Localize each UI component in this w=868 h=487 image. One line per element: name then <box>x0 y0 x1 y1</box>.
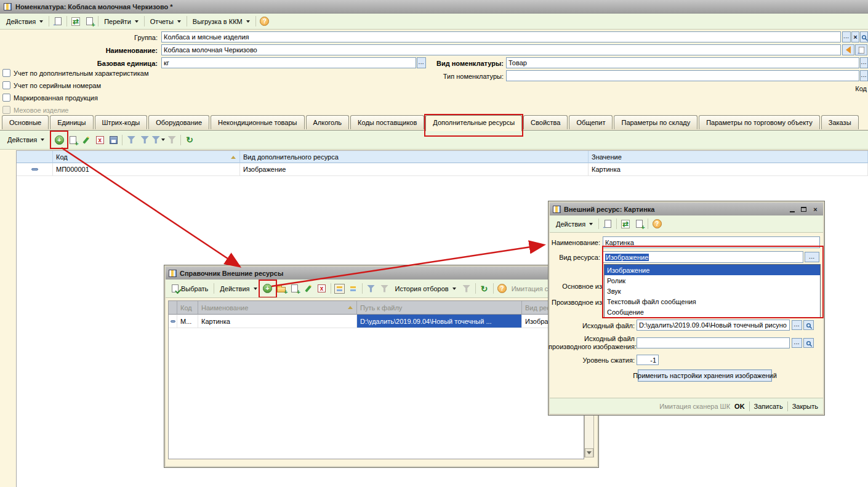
group-input[interactable]: Колбаса и мясные изделия <box>161 31 841 42</box>
table-row[interactable]: М... Картинка D:\удалить\2019.09.04\Новы… <box>169 315 584 328</box>
resource-reread-button[interactable]: ⇄ <box>619 217 632 231</box>
resource-title-bar[interactable]: Внешний ресурс: Картинка × <box>550 203 823 215</box>
write-button[interactable]: Записать <box>754 403 783 410</box>
catalog-select-button[interactable]: Выбрать <box>168 283 212 294</box>
group-select-button[interactable]: ... <box>842 31 851 42</box>
cell-resource-kind[interactable]: Изображение <box>240 163 589 176</box>
header-gutter[interactable] <box>17 151 53 163</box>
resource-actions-menu-button[interactable]: Действия <box>552 219 597 230</box>
tab-dopolnitelnye-resursy[interactable]: Дополнительные ресурсы <box>425 115 522 131</box>
resources-edit-button[interactable] <box>79 133 93 147</box>
close-button[interactable]: × <box>811 205 820 214</box>
resource-copy-button[interactable] <box>632 217 646 231</box>
resources-save-list-button[interactable] <box>106 133 120 147</box>
catalog-filter-button[interactable] <box>364 282 378 296</box>
catalog-delete-button[interactable]: x <box>315 282 329 296</box>
catalog-copy-button[interactable] <box>288 282 302 296</box>
catalog-filter-history-menu-button[interactable]: История отборов <box>392 283 460 294</box>
help-button[interactable]: ? <box>258 15 271 28</box>
nomenclature-type-select-button[interactable]: ... <box>860 70 868 81</box>
tab-nekondicionnye-tovary[interactable]: Некондиционные товары <box>211 115 304 129</box>
catalog-actions-menu-button[interactable]: Действия <box>216 283 260 294</box>
cell-code[interactable]: МП000001 <box>53 163 240 176</box>
table-row[interactable]: МП000001 Изображение Картинка <box>17 163 868 176</box>
tab-osnovnye[interactable]: Основные <box>2 115 49 129</box>
checkbox-serial-numbers[interactable]: Учет по серийным номерам <box>2 81 101 89</box>
name-input[interactable]: Кобласа молочная Черкизово <box>161 44 841 55</box>
dropdown-option-soobshchenie[interactable]: Сообщение <box>605 307 820 317</box>
dropdown-option-izobrazhenie[interactable]: Изображение <box>605 265 820 275</box>
kkm-export-menu-button[interactable]: Выгрузка в ККМ <box>189 16 254 27</box>
filter-set-button[interactable] <box>124 133 138 147</box>
nomenclature-kind-select-button[interactable]: ... <box>860 57 868 68</box>
tab-parametry-po-skladu[interactable]: Параметры по складу <box>614 115 697 129</box>
header-value[interactable]: Значение <box>589 151 868 163</box>
filter-clear-button[interactable] <box>165 133 179 147</box>
save-button[interactable] <box>51 15 65 28</box>
derived-file-open-button[interactable] <box>803 338 814 348</box>
reports-menu-button[interactable]: Отчеты <box>147 16 185 27</box>
cell-code[interactable]: М... <box>177 315 198 328</box>
header-code[interactable]: Код <box>177 301 198 315</box>
checkbox-additional-characteristics[interactable]: Учет по дополнительным характеристикам <box>2 69 149 77</box>
tab-kody-postavshchikov[interactable]: Коды поставщиков <box>350 115 424 129</box>
source-file-input[interactable]: D:\удалить\2019.09.04\Новый точечный рис… <box>637 320 790 331</box>
goto-menu-button[interactable]: Перейти <box>100 16 142 27</box>
derived-file-select-button[interactable]: ... <box>792 338 802 348</box>
catalog-add-button[interactable]: + <box>261 282 275 296</box>
source-file-open-button[interactable] <box>803 320 814 330</box>
dropdown-option-rolik[interactable]: Ролик <box>605 275 820 286</box>
nomenclature-kind-input[interactable]: Товар <box>506 57 859 68</box>
copy-button[interactable] <box>82 15 96 28</box>
header-code[interactable]: Код <box>53 151 240 163</box>
catalog-move-item-button[interactable] <box>347 282 360 296</box>
filter-by-value-button[interactable] <box>138 133 151 147</box>
catalog-title-bar[interactable]: Справочник Внешние ресурсы <box>166 267 597 280</box>
group-clear-button[interactable]: × <box>851 31 859 42</box>
tab-alkogol[interactable]: Алкоголь <box>306 115 350 129</box>
header-gutter[interactable] <box>169 301 177 315</box>
reread-button[interactable]: ⇄ <box>69 15 82 28</box>
tab-parametry-po-torgovomu-obektu[interactable]: Параметры по торговому объекту <box>699 115 820 129</box>
dropdown-option-tekstovyy-fayl[interactable]: Текстовый файл сообщения <box>605 296 820 307</box>
main-title-bar[interactable]: Номенклатура: Кобласа молочная Черкизово… <box>0 0 868 14</box>
tab-zakazy[interactable]: Заказы <box>821 115 859 129</box>
filter-menu-button[interactable] <box>151 133 165 147</box>
header-file-path[interactable]: Путь к файлу <box>357 301 522 315</box>
scroll-down-button[interactable] <box>585 448 593 457</box>
resource-save-button[interactable] <box>601 217 614 231</box>
catalog-clear-filter-button[interactable] <box>460 282 473 296</box>
resources-delete-button[interactable]: x <box>93 133 106 147</box>
header-resource-kind[interactable]: Вид дополнительного ресурса <box>240 151 589 163</box>
cell-name[interactable]: Картинка <box>198 315 357 328</box>
cell-file-path[interactable]: D:\удалить\2019.09.04\Новый точечный ... <box>357 315 522 328</box>
dropdown-option-zvuk[interactable]: Звук <box>605 286 820 296</box>
derived-file-input[interactable] <box>637 337 790 348</box>
apply-storage-settings-button[interactable]: Применить настройки хранения изображений <box>638 369 772 382</box>
cell-value[interactable]: Картинка <box>589 163 868 176</box>
catalog-edit-button[interactable] <box>302 282 315 296</box>
actions-menu-button[interactable]: Действия <box>2 16 47 27</box>
resource-kind-combo[interactable]: Изображение <box>603 251 803 263</box>
source-file-select-button[interactable]: ... <box>792 320 802 330</box>
name-history-button[interactable] <box>842 44 854 55</box>
group-open-button[interactable] <box>860 31 868 42</box>
minimize-button[interactable] <box>787 205 797 214</box>
resource-help-button[interactable]: ? <box>650 217 664 231</box>
catalog-add-group-button[interactable] <box>275 282 288 296</box>
close-window-button[interactable]: Закрыть <box>792 403 818 410</box>
compression-level-input[interactable]: -1 <box>637 355 659 365</box>
header-name[interactable]: Наименование <box>198 301 357 315</box>
ok-button[interactable]: OK <box>734 403 745 410</box>
resources-copy-button[interactable] <box>66 133 79 147</box>
catalog-help-button[interactable]: ? <box>496 282 509 296</box>
catalog-refresh-button[interactable]: ↻ <box>478 282 491 296</box>
resources-actions-menu-button[interactable]: Действия <box>4 134 48 145</box>
tab-svoystva[interactable]: Свойства <box>523 115 568 129</box>
checkbox-marked-production[interactable]: Маркированная продукция <box>2 94 98 102</box>
maximize-button[interactable] <box>799 205 808 214</box>
resource-kind-select-button[interactable]: ... <box>805 252 819 262</box>
resource-name-input[interactable]: Картинка <box>603 236 820 248</box>
tab-oborudovanie[interactable]: Оборудование <box>148 115 209 129</box>
resources-add-button[interactable]: + <box>52 133 66 147</box>
